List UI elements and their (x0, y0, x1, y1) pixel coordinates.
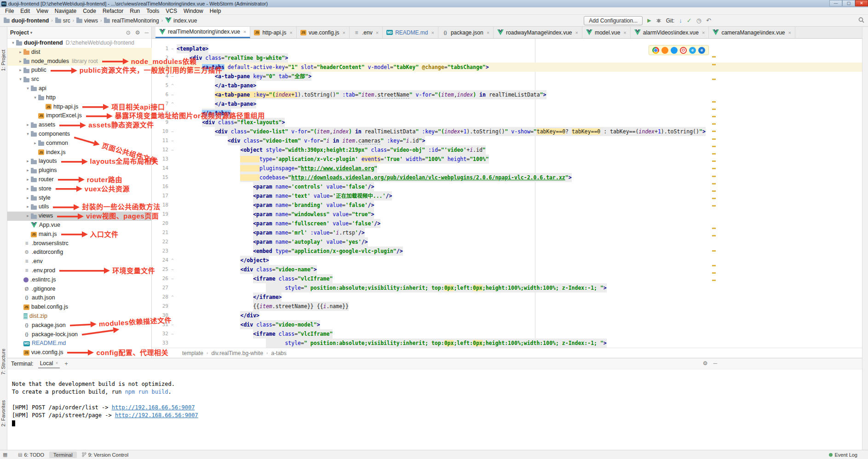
warning-tick-icon[interactable] (712, 138, 716, 140)
tree-row-components[interactable]: ▾components页面公共组件文件 (7, 130, 152, 139)
code-line[interactable]: 22 <param name='autoplay' value='yes'/> (152, 237, 862, 247)
fold-marker-icon[interactable]: − (168, 265, 177, 274)
code-line[interactable]: 26− <iframe class="vlcIframe" (152, 274, 862, 283)
tree-row-src[interactable]: ▾src (7, 75, 152, 84)
terminal-output[interactable]: Note that the development build is not o… (7, 369, 862, 440)
fold-marker-icon[interactable]: ^ (168, 293, 177, 302)
close-button[interactable]: ✕ (855, 0, 868, 6)
hide-panel-icon[interactable]: ─ (144, 29, 149, 36)
menu-view[interactable]: View (33, 8, 52, 14)
run-button[interactable]: ▶ (647, 18, 651, 23)
warning-tick-icon[interactable] (712, 265, 716, 266)
editor-tab[interactable]: JShttp-api.js× (250, 27, 296, 38)
tree-row-package-lock.json[interactable]: {}package-lock.json (7, 330, 152, 339)
code-line[interactable]: 30 </div> (152, 311, 862, 320)
tree-chevron-icon[interactable]: ▾ (25, 84, 31, 93)
close-icon[interactable]: × (289, 30, 292, 35)
git-update-icon[interactable]: ↓ (679, 17, 682, 23)
error-stripe[interactable] (712, 39, 718, 348)
fold-marker-icon[interactable]: ^ (168, 81, 177, 90)
code-line[interactable]: 2− <div class="realTime bg-white"> (152, 53, 862, 63)
statusbar-terminal[interactable]: Terminal (49, 452, 77, 458)
warning-tick-icon[interactable] (712, 116, 716, 117)
tree-chevron-icon[interactable]: ▸ (25, 212, 31, 221)
tree-row-duoji-frontend[interactable]: ▾duoji-frontendD:\zheheWeb\duoji-fronten… (7, 39, 152, 48)
warning-tick-icon[interactable] (712, 280, 716, 281)
warning-tick-icon[interactable] (712, 176, 716, 177)
tool-stripe-7-structure[interactable]: 7: Structure (0, 349, 6, 375)
menu-code[interactable]: Code (80, 8, 99, 14)
menu-window[interactable]: Window (180, 8, 207, 14)
fold-marker-icon[interactable]: − (168, 127, 177, 136)
code-line[interactable]: 5^ </a-tab-pane> (152, 81, 862, 90)
close-icon[interactable]: × (376, 30, 379, 35)
tree-chevron-icon[interactable]: ▾ (17, 75, 23, 84)
code-line[interactable]: 14 pluginspage="http://www.videolan.org" (152, 164, 862, 173)
tree-row-store[interactable]: ▸storevuex公共资源 (7, 184, 152, 194)
editor-tab[interactable]: JSvue.config.js× (297, 27, 350, 38)
editor-tab[interactable]: realTimeMonitoring\index.vue× (155, 27, 250, 38)
tree-chevron-icon[interactable]: ▾ (32, 93, 38, 103)
locate-file-icon[interactable]: ⊙ (126, 29, 131, 36)
warning-tick-icon[interactable] (712, 146, 716, 147)
code-line[interactable]: 28^ </iframe> (152, 293, 862, 302)
tree-chevron-icon[interactable]: ▾ (10, 39, 16, 48)
menu-run[interactable]: Run (126, 8, 143, 14)
tree-row-babel.config.js[interactable]: JSbabel.config.js (7, 303, 152, 312)
fold-marker-icon[interactable]: − (168, 136, 177, 145)
tree-row-.eslintrc.js[interactable]: .eslintrc.js (7, 275, 152, 285)
tool-stripe-2-favorites[interactable]: 2: Favorites (0, 400, 6, 426)
breadcrumb-item[interactable]: index.vue (165, 17, 197, 24)
editor-breadcrumb-item[interactable]: div.realTime.bg-white (211, 350, 263, 356)
tree-row-dist[interactable]: ▸dist (7, 48, 152, 57)
tree-chevron-icon[interactable]: ▸ (25, 157, 31, 166)
fold-marker-icon[interactable]: ^ (168, 256, 177, 265)
breadcrumb-item[interactable]: views (76, 17, 98, 24)
tree-row-README.md[interactable]: MDREADME.md (7, 339, 152, 348)
code-line[interactable]: 19 <param name="windowless" value="true"… (152, 210, 862, 219)
code-line[interactable]: 31− <div class="video-model"> (152, 320, 862, 329)
firefox-icon[interactable] (661, 47, 668, 54)
warning-tick-icon[interactable] (712, 235, 716, 236)
fold-marker-icon[interactable]: − (168, 274, 177, 283)
code-line[interactable]: 20 <param name='fullscreen' value='false… (152, 219, 862, 228)
close-icon[interactable]: × (702, 30, 705, 35)
close-icon[interactable]: × (788, 30, 791, 35)
menu-refactor[interactable]: Refactor (99, 8, 126, 14)
tree-row-views[interactable]: ▸viewsview视图、pages页面 (7, 212, 152, 221)
terminal-cursor[interactable] (12, 420, 15, 426)
tree-chevron-icon[interactable]: ▸ (25, 166, 31, 175)
tree-row-importExcel.js[interactable]: JSimportExcel.js暴露环境变量地址给图片or视频资源路径重组用 (7, 111, 152, 120)
warning-tick-icon[interactable] (712, 101, 716, 103)
tree-row-http-api.js[interactable]: JShttp-api.js项目相关api接口 (7, 103, 152, 112)
minimize-button[interactable]: — (829, 0, 842, 6)
tree-row-vue.config.js[interactable]: JSvue.config.jsconfig配置、代理相关 (7, 348, 152, 357)
warning-tick-icon[interactable] (712, 183, 716, 184)
editor-tab[interactable]: cameraManage\index.vue× (709, 27, 795, 38)
title-bar[interactable]: WS duoji-frontend [D:\zheheWeb\duoji-fro… (0, 0, 868, 7)
code-line[interactable]: 6− <a-tab-pane :key="(index+1).toString(… (152, 90, 862, 99)
tree-row-router[interactable]: ▸routerrouter路由 (7, 175, 152, 184)
warning-tick-icon[interactable] (712, 79, 716, 80)
tree-row-style[interactable]: ▸style (7, 194, 152, 203)
code-line[interactable]: 1−<template> (152, 44, 862, 53)
fold-marker-icon[interactable]: ^ (168, 99, 177, 109)
editor-tab[interactable]: {}package.json× (438, 27, 494, 38)
tree-chevron-icon[interactable]: ▸ (25, 120, 31, 130)
tree-chevron-icon[interactable]: ▸ (25, 194, 31, 203)
menu-vcs[interactable]: VCS (162, 8, 180, 14)
warning-tick-icon[interactable] (712, 190, 716, 192)
tree-row-.gitignore[interactable]: Ø.gitignore (7, 285, 152, 294)
edge-icon[interactable]: e (698, 47, 705, 54)
tree-row-auth.json[interactable]: {}auth.json (7, 293, 152, 303)
menu-help[interactable]: Help (207, 8, 224, 14)
fold-marker-icon[interactable]: − (168, 329, 177, 339)
close-icon[interactable]: × (623, 30, 626, 35)
warning-tick-icon[interactable] (712, 123, 716, 125)
tree-row-main.js[interactable]: JSmain.js入口文件 (7, 230, 152, 239)
warning-tick-icon[interactable] (712, 153, 716, 155)
git-history-icon[interactable]: ◷ (696, 17, 701, 23)
terminal-link[interactable]: http://192.168.66.56:9007 (115, 412, 198, 419)
terminal-minimize-icon[interactable]: ─ (713, 360, 717, 367)
code-line[interactable]: 10− <div class="video-list" v-for="(item… (152, 127, 862, 136)
